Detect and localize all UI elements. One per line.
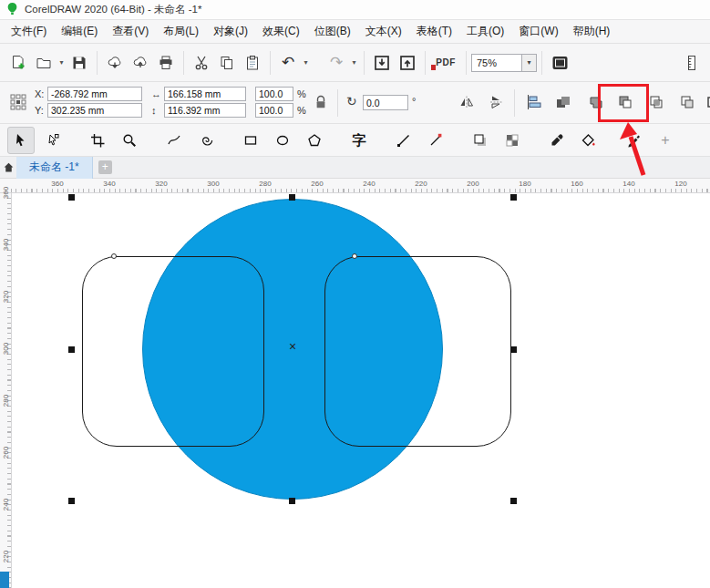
menu-tools[interactable]: 工具(O): [459, 20, 511, 43]
weld-button[interactable]: [583, 89, 609, 115]
separator: [270, 51, 271, 75]
rotation-angle-input[interactable]: [363, 95, 408, 110]
pick-tool[interactable]: [7, 127, 35, 154]
intersect-button[interactable]: [643, 89, 669, 115]
scale-y-input[interactable]: [255, 103, 293, 118]
welcome-screen-button[interactable]: [0, 157, 16, 179]
freehand-tool[interactable]: [160, 127, 188, 154]
menu-text[interactable]: 文本(X): [358, 20, 409, 43]
page-navigator-corner[interactable]: [0, 572, 9, 588]
selection-handle-top-left[interactable]: [68, 194, 75, 201]
toolbox: 字 +: [0, 124, 710, 157]
menu-layout[interactable]: 布局(L): [156, 20, 206, 43]
fullscreen-preview-button[interactable]: [547, 50, 572, 76]
more-tools-button[interactable]: +: [652, 127, 679, 154]
rectangle-tool[interactable]: [237, 127, 264, 154]
zoom-tool[interactable]: [116, 127, 143, 154]
new-document-button[interactable]: [5, 50, 31, 76]
menu-bitmaps[interactable]: 位图(B): [307, 20, 358, 43]
menu-edit[interactable]: 编辑(E): [54, 20, 105, 43]
horizontal-ruler[interactable]: 360 340 320 300 280 260 240 220 200 180 …: [0, 179, 710, 193]
bezier-tool[interactable]: [422, 127, 449, 154]
lock-ratio-button[interactable]: [312, 89, 330, 117]
create-boundary-button[interactable]: [702, 89, 710, 115]
color-eyedropper-tool[interactable]: [543, 127, 571, 154]
undo-dropdown-icon[interactable]: ▾: [301, 58, 311, 67]
drawing-canvas[interactable]: ×: [12, 193, 710, 588]
open-dropdown-icon[interactable]: ▾: [57, 58, 67, 67]
redo-button[interactable]: ↷: [324, 50, 349, 76]
object-x-position-input[interactable]: [47, 87, 142, 101]
menu-view[interactable]: 查看(V): [105, 20, 156, 43]
import-button[interactable]: [369, 50, 395, 76]
separator: [466, 51, 467, 75]
publish-pdf-button[interactable]: PDF: [430, 50, 461, 76]
selection-handle-middle-left[interactable]: [68, 346, 75, 353]
combine-button[interactable]: [551, 89, 576, 115]
menu-help[interactable]: 帮助(H): [566, 20, 618, 43]
separator: [337, 89, 338, 117]
save-button[interactable]: [67, 50, 92, 76]
vruler-number: 280: [2, 392, 10, 410]
ellipse-tool[interactable]: [269, 127, 296, 154]
cloud-upload-button[interactable]: [128, 50, 153, 76]
copy-button[interactable]: [214, 50, 240, 76]
selection-handle-bottom-center[interactable]: [289, 498, 295, 504]
hruler-number: 300: [202, 180, 224, 188]
simplify-button[interactable]: [674, 89, 700, 115]
export-button[interactable]: [395, 50, 420, 76]
object-width-input[interactable]: [164, 87, 246, 101]
titlebar: CorelDRAW 2020 (64-Bit) - 未命名 -1*: [0, 0, 710, 20]
two-point-line-tool[interactable]: [390, 127, 417, 154]
polygon-tool[interactable]: [301, 127, 328, 154]
rounded-rectangle-right[interactable]: [324, 256, 511, 447]
menu-object[interactable]: 对象(J): [206, 20, 255, 43]
align-distribute-button[interactable]: [521, 89, 547, 115]
cut-button[interactable]: [189, 50, 214, 76]
zoom-level-combobox[interactable]: 75%: [471, 54, 522, 72]
new-tab-button[interactable]: +: [98, 160, 112, 174]
crop-tool[interactable]: [84, 127, 111, 154]
scale-x-input[interactable]: [255, 87, 293, 101]
selection-handle-top-center[interactable]: [289, 194, 295, 201]
separator: [97, 51, 98, 75]
paste-button[interactable]: [240, 50, 265, 76]
zoom-dropdown-icon[interactable]: ▾: [522, 54, 537, 72]
transparency-tool[interactable]: [499, 127, 526, 154]
menu-table[interactable]: 表格(T): [409, 20, 459, 43]
vertical-ruler[interactable]: 360 340 320 300 280 260 240 220: [0, 193, 12, 588]
show-rulers-button[interactable]: [679, 50, 705, 76]
menu-file[interactable]: 文件(F): [4, 20, 54, 43]
curve-node[interactable]: [352, 253, 357, 259]
artistic-media-tool[interactable]: [192, 127, 220, 154]
mirror-horizontal-button[interactable]: [454, 89, 479, 115]
object-height-input[interactable]: [164, 103, 246, 118]
app-logo-icon: [5, 2, 19, 18]
selection-handle-bottom-right[interactable]: [510, 498, 517, 504]
shape-tool[interactable]: [39, 127, 67, 154]
print-button[interactable]: [153, 50, 179, 76]
menu-window[interactable]: 窗口(W): [511, 20, 565, 43]
undo-button[interactable]: ↶: [275, 50, 301, 76]
selection-center-marker[interactable]: ×: [286, 340, 299, 353]
selection-handle-bottom-left[interactable]: [68, 498, 75, 504]
pen-tool[interactable]: [620, 127, 647, 154]
trim-button[interactable]: [612, 89, 638, 115]
selection-handle-top-right[interactable]: [510, 194, 517, 201]
scale-y-percent: %: [297, 105, 306, 116]
object-y-position-input[interactable]: [47, 103, 142, 118]
redo-dropdown-icon[interactable]: ▾: [349, 58, 359, 67]
document-tab-active[interactable]: 未命名 -1*: [16, 157, 93, 179]
text-tool[interactable]: 字: [345, 127, 373, 154]
drop-shadow-tool[interactable]: [467, 127, 494, 154]
cloud-download-button[interactable]: [102, 50, 128, 76]
hruler-number: 260: [306, 180, 328, 188]
selection-handle-middle-right[interactable]: [510, 346, 517, 353]
menu-effects[interactable]: 效果(C): [255, 20, 307, 43]
rounded-rectangle-left[interactable]: [82, 256, 264, 447]
mirror-vertical-button[interactable]: [483, 89, 509, 115]
object-origin-selector[interactable]: [5, 89, 31, 115]
interactive-fill-tool[interactable]: [575, 127, 602, 154]
open-button[interactable]: [31, 50, 57, 76]
curve-node[interactable]: [111, 253, 117, 259]
